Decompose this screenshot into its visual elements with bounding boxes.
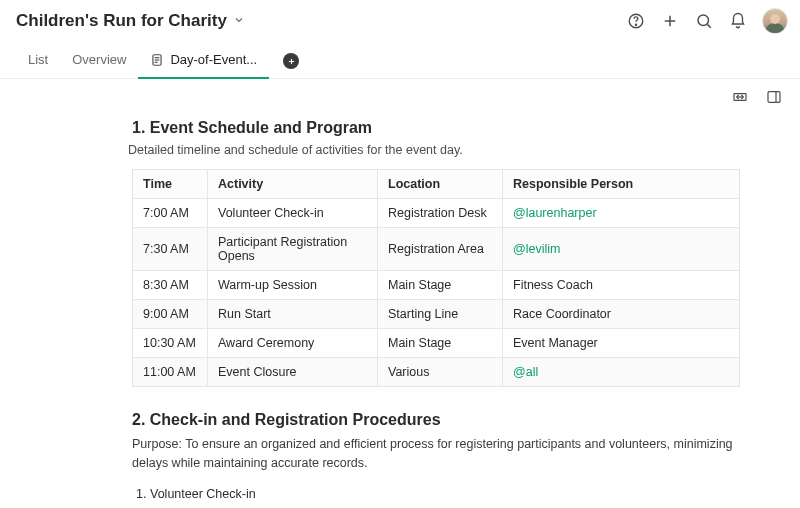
cell-location: Registration Desk <box>378 199 503 228</box>
tab-label: Day-of-Event... <box>170 52 257 67</box>
tab-label: Overview <box>72 52 126 67</box>
cell-location: Various <box>378 358 503 387</box>
tab-day-of-event[interactable]: Day-of-Event... <box>138 44 269 79</box>
avatar[interactable] <box>762 8 788 34</box>
cell-activity: Run Start <box>208 300 378 329</box>
section-1-desc: Detailed timeline and schedule of activi… <box>128 143 740 157</box>
section-1-title: 1. Event Schedule and Program <box>132 119 740 137</box>
top-bar: Children's Run for Charity <box>0 0 800 38</box>
section-2-desc: Purpose: To ensure an organized and effi… <box>132 435 740 473</box>
table-header-row: Time Activity Location Responsible Perso… <box>133 170 740 199</box>
table-row: 7:30 AMParticipant Registration OpensReg… <box>133 228 740 271</box>
cell-activity: Participant Registration Opens <box>208 228 378 271</box>
cell-time: 7:00 AM <box>133 199 208 228</box>
plus-icon[interactable] <box>660 11 680 31</box>
cell-person: Fitness Coach <box>503 271 740 300</box>
panel-right-icon[interactable] <box>764 87 784 107</box>
cell-time: 9:00 AM <box>133 300 208 329</box>
cell-time: 10:30 AM <box>133 329 208 358</box>
table-row: 11:00 AMEvent ClosureVarious@all <box>133 358 740 387</box>
cell-location: Main Stage <box>378 329 503 358</box>
document-icon <box>150 53 164 67</box>
cell-location: Main Stage <box>378 271 503 300</box>
mention[interactable]: @all <box>513 365 538 379</box>
bell-icon[interactable] <box>728 11 748 31</box>
cell-person: @all <box>503 358 740 387</box>
help-icon[interactable] <box>626 11 646 31</box>
search-icon[interactable] <box>694 11 714 31</box>
cell-person: Event Manager <box>503 329 740 358</box>
cell-activity: Warm-up Session <box>208 271 378 300</box>
cell-person: @laurenharper <box>503 199 740 228</box>
tab-label: List <box>28 52 48 67</box>
col-time: Time <box>133 170 208 199</box>
procedure-step-title: Volunteer Check-in <box>150 487 256 501</box>
tab-overview[interactable]: Overview <box>60 44 138 79</box>
table-row: 7:00 AMVolunteer Check-inRegistration De… <box>133 199 740 228</box>
cell-time: 11:00 AM <box>133 358 208 387</box>
table-row: 9:00 AMRun StartStarting LineRace Coordi… <box>133 300 740 329</box>
workspace-title-text: Children's Run for Charity <box>16 11 227 31</box>
cell-person: @levilim <box>503 228 740 271</box>
schedule-table: Time Activity Location Responsible Perso… <box>132 169 740 387</box>
col-person: Responsible Person <box>503 170 740 199</box>
cell-time: 7:30 AM <box>133 228 208 271</box>
cell-activity: Award Ceremony <box>208 329 378 358</box>
top-actions <box>626 8 788 34</box>
doc-toolbar <box>0 79 800 107</box>
tab-bar: List Overview Day-of-Event... <box>0 38 800 79</box>
cell-activity: Event Closure <box>208 358 378 387</box>
workspace-title[interactable]: Children's Run for Charity <box>16 11 245 31</box>
mention[interactable]: @levilim <box>513 242 560 256</box>
col-activity: Activity <box>208 170 378 199</box>
svg-line-5 <box>707 24 710 27</box>
tab-list[interactable]: List <box>16 44 60 79</box>
procedure-list: Volunteer Check-in Volunteers arrive at … <box>132 487 740 509</box>
fit-width-icon[interactable] <box>730 87 750 107</box>
cell-location: Registration Area <box>378 228 503 271</box>
section-2-title: 2. Check-in and Registration Procedures <box>132 411 740 429</box>
cell-location: Starting Line <box>378 300 503 329</box>
chevron-down-icon <box>233 12 245 30</box>
cell-activity: Volunteer Check-in <box>208 199 378 228</box>
add-tab-button[interactable] <box>283 53 299 69</box>
cell-time: 8:30 AM <box>133 271 208 300</box>
svg-rect-14 <box>768 92 780 103</box>
svg-point-1 <box>635 24 636 25</box>
col-location: Location <box>378 170 503 199</box>
document-content: 1. Event Schedule and Program Detailed t… <box>0 107 800 508</box>
table-row: 8:30 AMWarm-up SessionMain StageFitness … <box>133 271 740 300</box>
procedure-step-1: Volunteer Check-in Volunteers arrive at … <box>150 487 740 509</box>
table-row: 10:30 AMAward CeremonyMain StageEvent Ma… <box>133 329 740 358</box>
mention[interactable]: @laurenharper <box>513 206 597 220</box>
svg-point-4 <box>698 15 709 26</box>
cell-person: Race Coordinator <box>503 300 740 329</box>
